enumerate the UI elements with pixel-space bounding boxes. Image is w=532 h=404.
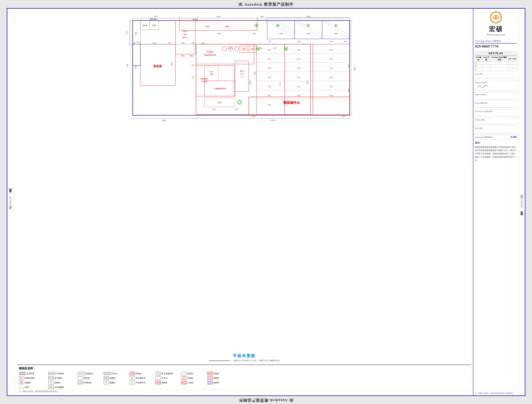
company-name: 宏硕 [489,25,503,33]
svg-text:配电室: 配电室 [154,65,162,68]
project-name-label: Project 项目名称 [475,102,517,104]
remarks-content: 陕西宏硕实验室设备有限公司是西北地区专业的现代化实验室装修规划设计及施工公司。我… [475,145,517,162]
date-label: Date 日期 [475,127,517,130]
legend-item: 边试剂架 [19,372,47,375]
svg-point-155 [285,48,287,50]
svg-text:超净: 超净 [240,70,243,72]
kp-row-c-chk [512,68,517,71]
svg-rect-157 [249,97,349,115]
svg-text:1300: 1300 [181,42,185,44]
svg-text:1800: 1800 [334,33,338,34]
svg-rect-139 [313,44,349,115]
svg-line-44 [180,24,250,30]
svg-text:750: 750 [168,42,171,44]
svg-text:4500: 4500 [306,81,308,84]
date-block: Date 日期 [473,126,519,135]
designer-label: Designer 设计师 [475,81,517,84]
designer-signature [475,84,517,91]
right-panel-note: 注：本图只供参考，如有变化按实际发生情况而定。 [473,391,519,395]
client-block: Client 客户 [473,72,519,80]
client-label: Client 客户 [475,73,517,75]
svg-text:货架: 货架 [268,104,271,106]
svg-point-66 [335,25,336,26]
date-value [475,130,517,133]
hotline-number: 029-8669 7776 [475,44,517,49]
svg-text:中央: 中央 [209,71,213,73]
svg-text:工作: 工作 [240,73,243,75]
kp-row-b-rev: B [475,65,482,68]
right-watermark: 由 Autodesk 教育版产品制作 [519,9,525,395]
svg-line-56 [294,20,322,39]
svg-text:1500: 1500 [191,42,195,44]
approved-label: Approved 审核 [475,93,517,96]
kp-row-a-dr [508,62,512,65]
legend-item: 眼 洗眼器 [19,381,47,384]
client-value [475,75,517,79]
legend-item: 凳 实验凳 [48,381,76,384]
svg-rect-40 [180,20,257,31]
hotline-label: The Design Hotline 本案热线 [475,40,517,43]
svg-point-110 [237,100,241,104]
svg-text:1000: 1000 [191,77,194,78]
project-name-value [475,104,517,108]
legend-item: 吊柜 [19,385,47,389]
kp-row-b-date [482,65,490,68]
svg-point-181 [495,16,497,18]
kp-row-a-detail [490,62,508,65]
remarks-title: 备注： [475,141,517,145]
svg-text:货架: 货架 [330,49,332,51]
svg-line-51 [267,20,294,39]
kp-row-b-dr [508,65,512,68]
svg-text:空位: 空位 [181,55,185,57]
svg-line-43 [192,20,257,26]
key-plan-header: KEY PLAN [475,51,517,56]
svg-text:货架: 货架 [297,67,300,69]
svg-text:1150: 1150 [152,42,156,44]
svg-text:5100: 5100 [162,119,166,121]
legend-item: 双气瓶柜 [48,376,76,380]
company-logo-icon [490,11,502,24]
kp-col-detail: Revision Detail 修改内容 [490,56,508,62]
svg-text:6390: 6390 [216,15,220,18]
drawing-no-area: DrawingNo.图纸编号 A-003 [473,135,519,140]
svg-text:900: 900 [344,40,346,42]
svg-text:3000: 3000 [171,62,172,66]
address-label: Address 地址 [475,119,517,121]
svg-text:控制: 控制 [209,73,213,75]
svg-text:货架: 货架 [297,58,300,60]
legend-item: 留样柜 [207,381,232,384]
svg-text:800: 800 [260,15,263,18]
svg-text:1000: 1000 [191,64,194,66]
svg-text:12700: 12700 [270,119,275,121]
legend-item: 水池柜 [182,376,206,380]
svg-rect-111 [238,101,241,104]
company-url: WWW.sxsure.com [487,33,505,36]
svg-text:8200: 8200 [354,67,356,71]
svg-text:1800: 1800 [279,33,283,34]
designer-block: Designer 设计师 [473,80,519,93]
kp-row-b-chk [512,65,517,68]
drawing-no-label: DrawingNo.图纸编号 [475,136,492,138]
address-block: Address 地址 [473,118,519,126]
svg-text:货架: 货架 [330,67,332,69]
svg-text:货架: 货架 [268,77,271,78]
svg-text:货架: 货架 [268,95,271,97]
address-value [475,121,517,124]
svg-line-53 [273,20,294,33]
svg-text:货架: 货架 [268,67,271,69]
approved-block: Approved 审核 [473,93,519,101]
svg-text:2700: 2700 [126,31,128,34]
svg-text:移动: 移动 [184,33,187,35]
svg-text:货架: 货架 [297,49,300,51]
kp-row-b-detail [490,65,508,68]
svg-rect-0 [133,20,349,115]
svg-text:手套箱: 手套箱 [207,51,213,53]
svg-text:900: 900 [273,47,276,49]
svg-text:800: 800 [235,108,238,110]
legend-item: PC 电脑位 [104,381,128,384]
svg-text:货架: 货架 [268,86,271,87]
svg-text:货架: 货架 [330,58,332,60]
svg-text:5400: 5400 [228,47,232,49]
drawing-title-block: Drawing Title 图纸名称 [473,109,519,118]
svg-text:900: 900 [260,47,262,49]
